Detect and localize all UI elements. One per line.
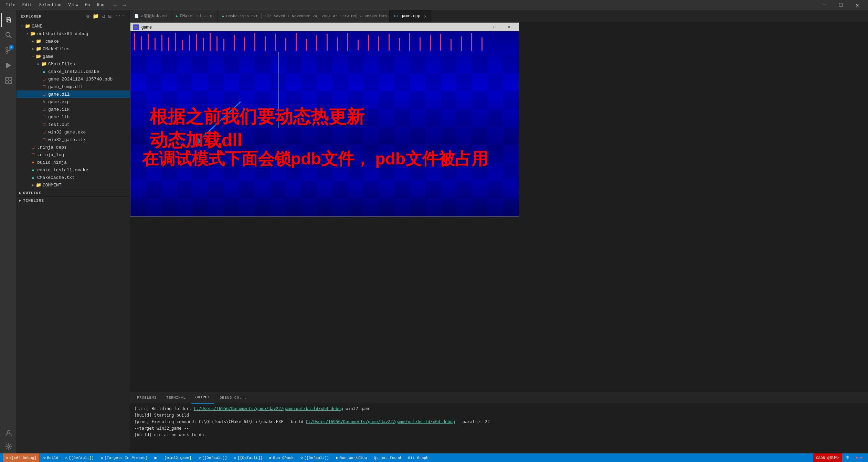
tree-item-game-exp[interactable]: ✎ game.exp [17,98,130,106]
nav-back-button[interactable]: ← [111,2,119,9]
status-build[interactable]: ⚙ Build [41,453,61,462]
tree-item-cmakefiles[interactable]: ▶ 📁 CMakeFiles [17,45,130,53]
svg-rect-36 [327,34,328,51]
status-csdn[interactable]: CSDN @抓坏> [813,453,842,462]
tree-item-ninja-deps[interactable]: □ .ninja_deps [17,143,130,151]
status-default4[interactable]: ⚙ [[Default]] [298,453,332,462]
output-line-2: [build] Starting build [134,412,864,418]
menu-go[interactable]: Go [82,2,93,8]
tree-item-test-out[interactable]: □ test.out [17,121,130,128]
status-run-workflow[interactable]: ▶ Run Workflow [333,453,370,462]
cmakefiles-chevron: ▶ [30,46,36,52]
game-close-button[interactable]: ✕ [502,23,516,31]
tree-item-comment[interactable]: ▶ 📁 COMMENT [17,181,130,189]
tree-item-game-folder[interactable]: ▾ 📂 game [17,53,130,60]
tree-item-game-pdb[interactable]: □ game_20241124_135740.pdb [17,75,130,83]
game-window-title-bar: 🎮 game ─ □ ✕ [130,23,519,31]
panel-tab-problems[interactable]: PROBLEMS [133,392,161,404]
status-zh-cn[interactable]: 中 [843,453,852,462]
status-default2[interactable]: ⚙ [[Default]] [195,453,230,462]
editor-panel-container: 11 *SampleOut++ = SampleValue; // 右声道 12… [130,22,868,453]
explorer-content: ▾ 📁 GAME ▾ 📂 out\build\x64-debug ▶ 📁 .cm… [17,22,130,453]
status-run-icon[interactable]: ▶ [152,453,160,462]
tab-cmake1[interactable]: ▲ CMakeLists.txt [171,10,218,22]
error-icon-2: ✕ [234,455,236,460]
menu-bar[interactable]: File Edit Selection View Go Run [3,2,107,8]
more-actions-icon[interactable]: ··· [114,12,126,20]
status-hearts[interactable]: ♥ ♥ [853,453,865,462]
close-tab-icon[interactable]: ✕ [422,13,428,20]
timeline-section-header[interactable]: ▶ TIMELINE [17,196,130,204]
collapse-icon[interactable]: ⊟ [108,12,113,20]
game-window-title: game [141,25,152,30]
tree-item-cmake-install[interactable]: ▲ cmake_install.cmake [17,68,130,75]
tree-item-ninja-log[interactable]: □ .ninja_log [17,151,130,159]
settings-activity-icon[interactable] [1,440,15,453]
tree-item-win32-ilk[interactable]: □ win32_game.ilk [17,136,130,143]
menu-file[interactable]: File [3,2,18,8]
path-link-1[interactable]: C:/Users/16956/Documents/game/day22/game… [194,406,343,411]
panel-tab-terminal[interactable]: TERMINAL [162,392,190,404]
new-folder-icon[interactable]: 📁 [92,12,100,20]
minimize-button[interactable]: ─ [816,0,832,10]
tree-item-cmake-cache[interactable]: ▲ CMakeCache.txt [17,174,130,181]
new-file-icon[interactable]: ⊕ [86,12,91,20]
extensions-activity-icon[interactable] [1,74,15,87]
tab-game-cpp[interactable]: C+ game.cpp ✕ [390,10,431,22]
tree-item-game-ilk[interactable]: □ game.ilk [17,106,130,113]
settings-icon-status: ⚙ [6,455,8,460]
svg-rect-50 [471,33,472,51]
status-default1[interactable]: ✕ [[Default]] [62,453,96,462]
menu-run[interactable]: Run [94,2,107,8]
outline-section-header[interactable]: ▶ OUTLINE [17,189,130,196]
svg-rect-43 [399,38,400,51]
maximize-button[interactable]: □ [833,0,849,10]
path-link-2[interactable]: C:/Users/16956/Documents/game/day22/game… [306,419,455,424]
game-maximize-button[interactable]: □ [488,23,501,31]
status-debug-config[interactable]: ⚙ x[x64 Debug] [3,453,39,462]
tree-item-game-temp-dll[interactable]: □ game_temp.dll [17,83,130,90]
menu-view[interactable]: View [65,2,81,8]
search-activity-icon[interactable] [1,28,15,42]
editor-content[interactable]: 11 *SampleOut++ = SampleValue; // 右声道 12… [130,22,868,391]
status-run-cpack[interactable]: ▶ Run CPack [267,453,296,462]
game-minimize-button[interactable]: ─ [473,23,487,31]
tree-root-folder[interactable]: ▾ 📁 GAME [17,22,130,30]
source-control-activity-icon[interactable]: 1 [1,43,15,57]
status-qt-not-found[interactable]: Qt not found [371,453,404,462]
account-activity-icon[interactable] [1,426,15,440]
svg-line-1 [9,36,11,38]
nav-forward-button[interactable]: → [120,2,128,9]
files-activity-icon[interactable]: ⎘ [1,13,15,27]
status-win32-game[interactable]: [win32_game] [161,453,194,462]
tree-item-out-build[interactable]: ▾ 📂 out\build\x64-debug [17,30,130,37]
panel-tab-debug[interactable]: DEBUG CO... [215,392,251,404]
tree-item-build-ninja[interactable]: ● build.ninja [17,159,130,166]
tab-notes[interactable]: 📄 a笔记bak.md [130,10,171,22]
status-default3[interactable]: ✕ [[Default]] [231,453,265,462]
svg-rect-48 [451,39,452,51]
cmake-cache-icon: ▲ [30,175,36,180]
refresh-icon[interactable]: ↺ [102,12,106,20]
out-build-chevron: ▾ [25,31,30,36]
status-git-graph[interactable]: Git Graph [405,453,431,462]
panel-tab-output[interactable]: OUTPUT [191,392,214,404]
output-line-1: [main] Building folder: C:/Users/16956/D… [134,405,864,412]
tree-item-game-dll[interactable]: □ game.dll [17,90,130,98]
svg-rect-15 [148,34,149,50]
tree-item-cmake-hidden[interactable]: ▶ 📁 .cmake [17,37,130,45]
tree-item-cmakefiles2[interactable]: ▶ 📁 CMakeFiles [17,60,130,68]
svg-rect-10 [9,81,12,84]
timeline-chevron: ▶ [19,198,22,203]
exp-file-icon: ✎ [41,99,47,105]
status-targets[interactable]: ⚙ [Targets In Preset] [98,453,150,462]
close-window-button[interactable]: ✕ [849,0,865,10]
tree-item-cmake-install2[interactable]: ▲ cmake_install.cmake [17,166,130,174]
tree-item-game-lib[interactable]: □ game.lib [17,113,130,121]
run-debug-activity-icon[interactable] [1,58,15,72]
tree-item-win32-exe[interactable]: □ win32_game.exe [17,128,130,136]
activity-bar: ⎘ 1 [0,10,17,453]
tab-cmake2[interactable]: ▲ CMakeLists.txt (File Saved • November … [218,10,390,22]
menu-edit[interactable]: Edit [20,2,35,8]
menu-selection[interactable]: Selection [36,2,64,8]
